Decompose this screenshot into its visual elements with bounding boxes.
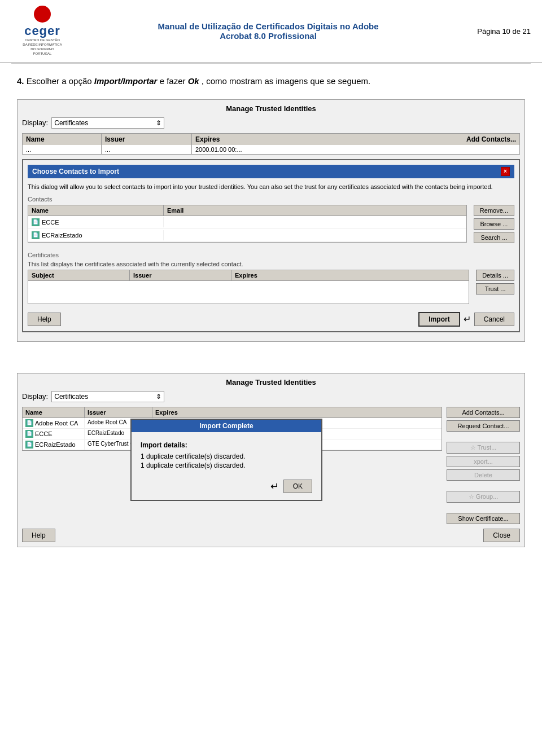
cci-certs-header: Subject Issuer Expires <box>28 270 469 281</box>
details-button[interactable]: Details ... <box>476 270 514 281</box>
mti-dialog-title-1: Manage Trusted Identities <box>22 104 520 113</box>
logo-text: ceger <box>24 24 60 38</box>
help-button-cci[interactable]: Help <box>28 313 61 326</box>
step-section: 4. Escolher a opção Import/Importar e fa… <box>0 64 542 96</box>
ceger-logo: ceger CENTRO DE GESTÃODA REDE INFORMÁTIC… <box>11 6 73 56</box>
mti-display-row-1: Display: Certificates ⇕ <box>22 117 520 129</box>
step-bold2: Ok <box>188 76 199 86</box>
cci-footer-right: Import ↵ Cancel <box>418 312 514 327</box>
page-number: Página 10 de 21 <box>457 27 531 36</box>
contact-name-1: 📄 ECRaizEstado <box>28 230 164 240</box>
cci-table-header: Name Email <box>28 205 466 216</box>
cci-title-bar: Choose Contacts to Import × <box>28 165 514 178</box>
cci-col-name: Name <box>28 205 164 216</box>
mti-dialog-2: Manage Trusted Identities Display: Certi… <box>17 373 525 547</box>
cci-description: This dialog will allow you to select con… <box>28 183 514 191</box>
certs-table-area: Subject Issuer Expires <box>28 270 469 307</box>
ic-detail1: 1 duplicate certificate(s) discarded. <box>141 452 312 460</box>
step-bold1: Import/Importar <box>94 76 158 86</box>
mti2-row2-name: 📄 ECRaizEstado <box>23 439 85 450</box>
mti2-col-expires: Expires <box>152 407 442 417</box>
dialog1-wrapper: Manage Trusted Identities Display: Certi… <box>0 96 542 370</box>
trust-btn-2[interactable]: ☆ Trust... <box>447 442 520 454</box>
mti-dialog-1: Manage Trusted Identities Display: Certi… <box>17 99 525 342</box>
mti2-col-issuer: Issuer <box>85 407 152 417</box>
mti-table-header-1: Name Issuer Expires Add Contacts... <box>22 133 520 145</box>
ic-detail2: 1 duplicate certificate(s) discarded. <box>141 461 312 469</box>
certs-description: This list displays the certificates asso… <box>28 261 514 267</box>
request-contact-btn[interactable]: Request Contact... <box>447 420 520 432</box>
contacts-table-area: Name Email 📄 ECCE 📄 <box>28 205 467 247</box>
help-button-mti2[interactable]: Help <box>22 529 55 542</box>
close-button-mti2[interactable]: Close <box>483 529 520 542</box>
mti-table-row-1[interactable]: ... ... 2000.01.00 00:... <box>22 145 520 155</box>
remove-button[interactable]: Remove... <box>474 205 514 216</box>
add-contacts-btn-1[interactable]: Add Contacts... <box>452 134 519 145</box>
row1-issuer: ... <box>102 145 192 154</box>
display-value-1: Certificates <box>54 119 88 127</box>
ic-ok-button[interactable]: OK <box>283 480 312 493</box>
import-cursor-icon: ↵ <box>464 314 471 324</box>
show-certificate-btn[interactable]: Show Certificate... <box>447 513 520 524</box>
export-btn[interactable]: xport... <box>447 456 520 467</box>
cci-certs-section: Certificates This list displays the cert… <box>28 252 514 307</box>
display-label-1: Display: <box>22 118 48 127</box>
step-text-after: , como mostram as imagens que se seguem. <box>202 76 370 86</box>
cci-title: Choose Contacts to Import <box>32 168 119 175</box>
certs-body <box>28 281 469 304</box>
mti2-col-name: Name <box>23 407 85 417</box>
title-line2: Acrobat 8.0 Profissional <box>90 31 446 41</box>
cci-contacts-table: Name Email 📄 ECCE 📄 <box>28 205 467 243</box>
cci-col-email: Email <box>164 205 466 216</box>
browse-button[interactable]: Browse ... <box>474 218 514 230</box>
col-expires-header-1: Expires <box>192 134 452 145</box>
import-complete-dialog: Import Complete Import details: 1 duplic… <box>130 419 322 501</box>
certs-section-label: Certificates <box>28 252 514 258</box>
mti2-row0-name: 📄 Adobe Root CA <box>23 418 85 428</box>
certs-col-issuer: Issuer <box>130 270 231 280</box>
file-icon-r2: 📄 <box>25 441 33 449</box>
cci-side-buttons: Remove... Browse ... Search ... <box>474 205 514 247</box>
logo-circle-icon <box>34 6 51 23</box>
delete-btn[interactable]: Delete <box>447 469 520 481</box>
mti-dialog-title-2: Manage Trusted Identities <box>22 378 520 386</box>
display-select-2[interactable]: Certificates ⇕ <box>51 391 164 402</box>
mti2-footer: Help Close <box>22 529 520 542</box>
display-label-2: Display: <box>22 392 48 401</box>
cci-contact-row-1[interactable]: 📄 ECRaizEstado <box>28 229 466 242</box>
display-select-1[interactable]: Certificates ⇕ <box>51 117 164 129</box>
ic-footer: ↵ OK <box>132 475 321 500</box>
certs-side-buttons: Details ... Trust ... <box>476 270 514 307</box>
file-icon-r1: 📄 <box>25 430 33 438</box>
cci-close-button[interactable]: × <box>501 167 510 176</box>
import-button[interactable]: Import <box>418 312 460 327</box>
certs-inner: Subject Issuer Expires Details ... Trust… <box>28 270 514 307</box>
title-line1: Manual de Utilização de Certificados Dig… <box>90 21 446 31</box>
mti2-table-header: Name Issuer Expires <box>23 407 442 418</box>
cci-footer-left: Help <box>28 313 61 326</box>
cci-contact-row-0[interactable]: 📄 ECCE <box>28 216 466 229</box>
cci-footer: Help Import ↵ Cancel <box>28 312 514 327</box>
contacts-inner: Name Email 📄 ECCE 📄 <box>28 205 514 247</box>
ic-details-label: Import details: <box>141 441 312 449</box>
logo-area: ceger CENTRO DE GESTÃODA REDE INFORMÁTIC… <box>11 6 79 56</box>
display-arrow-icon: ⇕ <box>156 119 161 127</box>
file-icon-r0: 📄 <box>25 419 33 427</box>
cci-certs-table: Subject Issuer Expires <box>28 270 469 304</box>
ic-cursor-icon: ↵ <box>270 480 279 493</box>
step-text-before: Escolher a opção <box>27 76 94 86</box>
add-contacts-btn-2[interactable]: Add Contacts... <box>447 407 520 418</box>
contact-email-1 <box>164 230 466 240</box>
trust-button[interactable]: Trust ... <box>476 283 514 295</box>
contact-email-0 <box>164 217 466 227</box>
col-name-header-1: Name <box>23 134 102 145</box>
search-button[interactable]: Search ... <box>474 232 514 243</box>
file-icon-1: 📄 <box>32 231 40 239</box>
cancel-button[interactable]: Cancel <box>474 313 514 326</box>
group-btn[interactable]: ☆ Group... <box>447 491 520 503</box>
certs-col-expires: Expires <box>231 270 469 280</box>
contacts-section-label: Contacts <box>28 196 514 203</box>
logo-subtitle: CENTRO DE GESTÃODA REDE INFORMÁTICADO GO… <box>23 38 62 56</box>
page-header: ceger CENTRO DE GESTÃODA REDE INFORMÁTIC… <box>0 0 542 63</box>
col-issuer-header-1: Issuer <box>102 134 192 145</box>
